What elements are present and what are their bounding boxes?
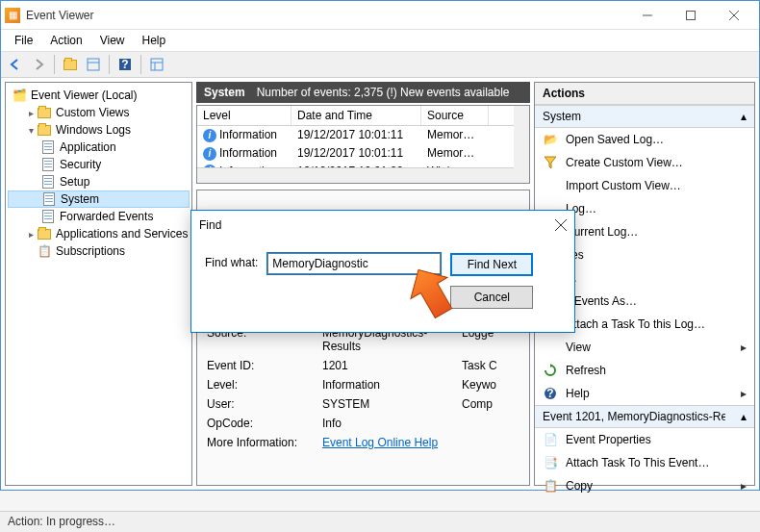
window-title: Event Viewer	[26, 9, 625, 22]
grid-header: Level Date and Time Source	[197, 106, 529, 126]
info-icon: i	[203, 129, 216, 142]
action-attach-task-event[interactable]: 📑Attach Task To This Event…	[535, 451, 754, 474]
expander-icon[interactable]: ▸	[25, 229, 37, 240]
event-row[interactable]: iInformation 19/12/2017 10:01:11 Memor…	[197, 144, 529, 163]
app-icon: ▦	[5, 8, 20, 23]
view-icon	[543, 340, 558, 355]
svg-text:?: ?	[546, 387, 553, 400]
svg-rect-8	[151, 59, 163, 70]
chevron-right-icon: ▸	[741, 387, 747, 400]
tree-security[interactable]: Security	[8, 156, 190, 173]
find-what-input[interactable]	[267, 253, 441, 274]
column-level[interactable]: Level	[197, 106, 291, 125]
toolbar-separator	[54, 55, 55, 74]
minimize-button[interactable]	[625, 2, 669, 29]
open-log-icon: 📂	[543, 132, 558, 147]
action-refresh[interactable]: Refresh	[535, 359, 754, 382]
tree-setup[interactable]: Setup	[8, 173, 190, 190]
expander-icon[interactable]: ▾	[25, 125, 37, 136]
view-toolbar-button[interactable]	[146, 54, 167, 75]
detail-row-opcode: OpCode: Info	[207, 414, 519, 433]
collapse-icon: ▴	[741, 410, 747, 423]
tree-forwarded[interactable]: Forwarded Events	[8, 208, 190, 225]
chevron-right-icon: ▸	[741, 479, 747, 493]
svg-text:?: ?	[121, 58, 128, 71]
log-icon	[40, 157, 56, 172]
menu-help[interactable]: Help	[135, 32, 174, 49]
toolbar-separator	[109, 55, 110, 74]
horizontal-scrollbar[interactable]	[197, 167, 514, 183]
folder-icon	[63, 60, 77, 70]
status-text: Action: In progress…	[8, 515, 115, 528]
action-open-saved-log[interactable]: 📂Open Saved Log…	[535, 128, 754, 151]
detail-row-user: User: SYSTEM Comp	[207, 394, 519, 414]
copy-icon: 📋	[543, 478, 558, 494]
actions-group-event[interactable]: Event 1201, MemoryDiagnostics-Re… ▴	[535, 405, 754, 428]
section-title: System	[204, 86, 245, 99]
tree-system[interactable]: System	[8, 190, 190, 208]
tree-windows-logs[interactable]: ▾ Windows Logs	[8, 121, 190, 139]
import-icon	[543, 178, 558, 193]
tree-root[interactable]: 🗂️ Event Viewer (Local)	[8, 87, 190, 104]
find-dialog: Find Find what: Find Next Cancel	[190, 210, 575, 333]
event-grid: Level Date and Time Source iInformation …	[196, 105, 530, 184]
log-icon	[40, 174, 56, 190]
find-dialog-titlebar: Find	[191, 211, 574, 240]
close-button[interactable]	[712, 2, 755, 29]
action-event-properties[interactable]: 📄Event Properties	[535, 428, 754, 451]
refresh-icon	[543, 363, 558, 378]
event-properties-icon: 📄	[543, 432, 558, 447]
expander-icon[interactable]: ▸	[25, 108, 37, 118]
statusbar: Action: In progress…	[0, 511, 760, 532]
actions-group-system[interactable]: System ▴	[535, 105, 754, 128]
svg-rect-4	[88, 59, 99, 70]
help-toolbar-button[interactable]: ?	[114, 54, 136, 75]
action-import-custom-view[interactable]: Import Custom View…	[535, 174, 754, 197]
log-icon	[40, 209, 56, 224]
back-button[interactable]	[5, 54, 26, 75]
action-view-submenu[interactable]: View▸	[535, 336, 754, 359]
action-create-custom-view[interactable]: Create Custom View…	[535, 151, 754, 174]
column-source[interactable]: Source	[421, 106, 489, 125]
find-dialog-close-button[interactable]	[555, 219, 567, 231]
maximize-button[interactable]	[669, 2, 712, 29]
titlebar: ▦ Event Viewer	[1, 1, 759, 30]
help-icon: ?	[543, 386, 558, 401]
event-row[interactable]: iInformation 19/12/2017 10:01:11 Memor…	[197, 126, 529, 144]
log-icon	[40, 139, 56, 155]
filter-icon	[543, 155, 558, 170]
detail-row-moreinfo: More Information: Event Log Online Help	[207, 433, 519, 452]
filter-button[interactable]	[83, 54, 104, 75]
action-help[interactable]: ?Help▸	[535, 382, 754, 405]
center-header: System Number of events: 2,375 (!) New e…	[196, 82, 530, 103]
menubar: File Action View Help	[1, 30, 759, 51]
toolbar-separator	[140, 55, 141, 74]
column-date[interactable]: Date and Time	[291, 106, 421, 125]
menu-view[interactable]: View	[92, 32, 133, 49]
tree-subscriptions[interactable]: 📋 Subscriptions	[8, 242, 190, 260]
detail-row-level: Level: Information Keywo	[207, 375, 519, 394]
toolbar: ?	[1, 51, 759, 78]
menu-action[interactable]: Action	[42, 32, 89, 49]
task-icon: 📑	[543, 455, 558, 470]
forward-button[interactable]	[28, 54, 49, 75]
log-icon	[41, 191, 57, 207]
find-what-label: Find what:	[205, 253, 258, 269]
vertical-scrollbar[interactable]	[514, 106, 529, 183]
collapse-icon: ▴	[741, 110, 747, 123]
actions-title: Actions	[535, 83, 754, 105]
cancel-button[interactable]: Cancel	[450, 286, 533, 309]
tree-application[interactable]: Application	[8, 139, 190, 156]
event-count: Number of events: 2,375 (!) New events a…	[257, 86, 510, 99]
event-log-help-link[interactable]: Event Log Online Help	[322, 436, 438, 449]
menu-file[interactable]: File	[7, 32, 40, 49]
tree-apps-services[interactable]: ▸ Applications and Services	[8, 225, 190, 242]
action-copy[interactable]: 📋Copy▸	[535, 474, 754, 497]
chevron-right-icon: ▸	[741, 341, 747, 354]
find-dialog-title: Find	[199, 218, 221, 232]
open-button[interactable]	[60, 54, 81, 75]
find-next-button[interactable]: Find Next	[450, 253, 533, 276]
tree-custom-views[interactable]: ▸ Custom Views	[8, 104, 190, 121]
find-dialog-body: Find what: Find Next Cancel	[191, 240, 574, 322]
tree-panel: 🗂️ Event Viewer (Local) ▸ Custom Views ▾…	[5, 82, 192, 486]
